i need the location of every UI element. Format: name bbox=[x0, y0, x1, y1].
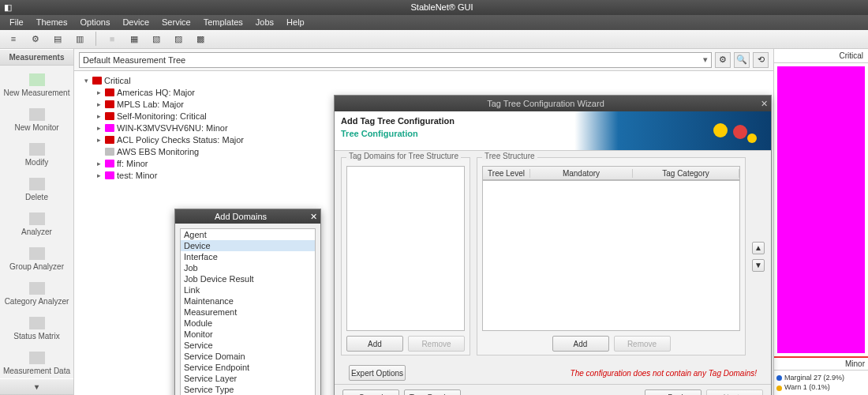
move-down-button[interactable]: ▼ bbox=[752, 259, 765, 272]
wizard-close-icon[interactable]: ✕ bbox=[757, 99, 771, 109]
window-title-bar: ◧ StableNet® GUI bbox=[0, 0, 868, 15]
palette-tab-bottom[interactable]: ▾ bbox=[0, 378, 73, 395]
domain-option[interactable]: Agent bbox=[181, 229, 315, 240]
domain-option[interactable]: Service Type bbox=[181, 384, 315, 395]
add-domains-close-icon[interactable]: ✕ bbox=[306, 212, 320, 222]
wizard-banner-sub: Tree Configuration bbox=[341, 129, 418, 138]
tag-tree-config-wizard: Tag Tree Configuration Wizard ✕ Add Tag … bbox=[334, 95, 772, 395]
domain-option[interactable]: Job bbox=[181, 262, 315, 273]
move-up-button[interactable]: ▲ bbox=[752, 242, 765, 254]
domain-option[interactable]: Service bbox=[181, 340, 315, 351]
menu-file[interactable]: File bbox=[5, 16, 28, 28]
domain-option[interactable]: Device bbox=[181, 240, 315, 251]
tree-refresh-button[interactable]: ⟲ bbox=[753, 52, 769, 68]
palette-new-measurement[interactable]: New Measurement bbox=[0, 66, 73, 100]
right-group-title: Tree Structure bbox=[482, 152, 537, 160]
left-palette: Measurements New Measurement New Monitor… bbox=[0, 49, 74, 395]
wizard-back-button[interactable]: < Back bbox=[645, 389, 702, 395]
domain-option[interactable]: Maintenance bbox=[181, 295, 315, 307]
right-side-panel: Critical Minor Marginal 27 (2.9%) Warn 1… bbox=[773, 49, 868, 395]
tool-4[interactable]: ▥ bbox=[71, 30, 88, 47]
tree-preview-button[interactable]: Tree Preview bbox=[404, 389, 461, 395]
add-domains-dialog: Add Domains ✕ AgentDeviceInterfaceJobJob… bbox=[174, 209, 321, 395]
tool-7[interactable]: ▨ bbox=[170, 30, 187, 47]
domain-option[interactable]: Job Device Result bbox=[181, 273, 315, 284]
add-domains-list[interactable]: AgentDeviceInterfaceJobJob Device Result… bbox=[180, 228, 316, 395]
tree-topbar: Default Measurement Tree ⚙ 🔍 ⟲ bbox=[74, 49, 773, 71]
palette-modify[interactable]: Modify bbox=[0, 135, 73, 170]
th-tagcategory: Tag Category bbox=[633, 169, 739, 178]
tool-2[interactable]: ⚙ bbox=[27, 30, 44, 47]
tree-structure-header: Tree Level Mandatory Tag Category bbox=[482, 166, 740, 180]
domain-option[interactable]: Measurement bbox=[181, 307, 315, 318]
right-header: Critical bbox=[774, 49, 868, 63]
palette-new-monitor[interactable]: New Monitor bbox=[0, 100, 73, 135]
tree-node[interactable]: ▾Critical bbox=[76, 74, 772, 86]
status-color-block bbox=[777, 66, 865, 353]
wizard-title-text: Tag Tree Configuration Wizard bbox=[335, 99, 757, 108]
menu-device[interactable]: Device bbox=[118, 16, 154, 28]
palette-status-matrix[interactable]: Status Matrix bbox=[0, 309, 73, 344]
menu-bar: File Themes Options Device Service Templ… bbox=[0, 15, 868, 30]
banner-decor-icon bbox=[673, 115, 768, 148]
palette-group-analyzer[interactable]: Group Analyzer bbox=[0, 239, 73, 274]
menu-options[interactable]: Options bbox=[75, 16, 114, 28]
th-mandatory: Mandatory bbox=[530, 169, 633, 178]
tree-selector-combo[interactable]: Default Measurement Tree bbox=[79, 52, 712, 68]
left-group-title: Tag Domains for Tree Structure bbox=[346, 152, 461, 160]
palette-measurement-data[interactable]: Measurement Data bbox=[0, 344, 73, 378]
legend: Marginal 27 (2.9%) Warn 1 (0.1%) bbox=[774, 371, 868, 395]
add-domain-button-left[interactable]: Add bbox=[346, 336, 403, 352]
palette-category-analyzer[interactable]: Category Analyzer bbox=[0, 274, 73, 309]
domain-option[interactable]: Link bbox=[181, 284, 315, 295]
tool-1[interactable]: ≡ bbox=[5, 30, 22, 47]
domain-option[interactable]: Monitor bbox=[181, 329, 315, 340]
tool-3[interactable]: ▤ bbox=[49, 30, 66, 47]
tag-domains-listbox[interactable] bbox=[346, 166, 465, 331]
wizard-next-button: Next > bbox=[706, 389, 763, 395]
th-level: Tree Level bbox=[483, 169, 530, 178]
add-domains-title-bar[interactable]: Add Domains ✕ bbox=[175, 209, 320, 224]
domain-option[interactable]: Service Endpoint bbox=[181, 362, 315, 373]
menu-themes[interactable]: Themes bbox=[32, 16, 73, 28]
add-tree-button-right[interactable]: Add bbox=[552, 336, 609, 352]
app-title: StableNet® GUI bbox=[16, 2, 868, 12]
menu-help[interactable]: Help bbox=[282, 16, 309, 28]
domain-option[interactable]: Service Domain bbox=[181, 351, 315, 362]
tool-6[interactable]: ▧ bbox=[148, 30, 165, 47]
main-toolbar: ≡ ⚙ ▤ ▥ ■ ▦ ▧ ▨ ▩ bbox=[0, 30, 868, 49]
remove-tree-button-right: Remove bbox=[614, 336, 671, 352]
menu-templates[interactable]: Templates bbox=[199, 16, 248, 28]
palette-delete[interactable]: Delete bbox=[0, 170, 73, 205]
tool-8[interactable]: ▩ bbox=[192, 30, 209, 47]
svg-point-4 bbox=[747, 134, 757, 143]
tree-settings-button[interactable]: ⚙ bbox=[715, 52, 731, 68]
svg-point-2 bbox=[713, 123, 728, 137]
remove-domain-button-left: Remove bbox=[408, 336, 465, 352]
palette-tab-measurements[interactable]: Measurements bbox=[0, 49, 73, 66]
right-footer: Minor bbox=[774, 356, 868, 371]
wizard-title-bar[interactable]: Tag Tree Configuration Wizard ✕ bbox=[335, 96, 771, 111]
domain-option[interactable]: Module bbox=[181, 318, 315, 329]
wizard-banner-title: Add Tag Tree Configuration bbox=[341, 116, 455, 126]
domain-option[interactable]: Interface bbox=[181, 251, 315, 262]
palette-analyzer[interactable]: Analyzer bbox=[0, 205, 73, 239]
wizard-cancel-button[interactable]: Cancel bbox=[342, 389, 399, 395]
tree-structure-table[interactable] bbox=[482, 180, 740, 331]
menu-jobs[interactable]: Jobs bbox=[251, 16, 279, 28]
tool-stop[interactable]: ■ bbox=[103, 30, 121, 47]
warning-text: The configuration does not contain any T… bbox=[571, 369, 757, 378]
wizard-banner: Add Tag Tree Configuration Tree Configur… bbox=[335, 111, 771, 151]
expert-options-button[interactable]: Expert Options bbox=[349, 365, 406, 381]
domain-option[interactable]: Service Layer bbox=[181, 373, 315, 384]
menu-service[interactable]: Service bbox=[157, 16, 196, 28]
tree-search-button[interactable]: 🔍 bbox=[734, 52, 750, 68]
tool-5[interactable]: ▦ bbox=[125, 30, 143, 47]
add-domains-title: Add Domains bbox=[175, 212, 306, 221]
svg-point-3 bbox=[733, 125, 747, 139]
